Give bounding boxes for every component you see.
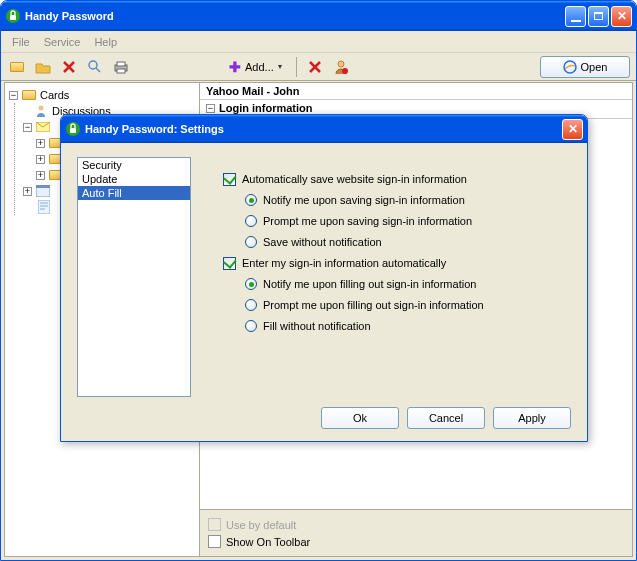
toolbar: ✚ Add... ▾ Open	[1, 53, 636, 81]
apply-button[interactable]: Apply	[493, 407, 571, 429]
tree-collapse-icon[interactable]: −	[23, 123, 32, 132]
checkbox-icon	[208, 518, 221, 531]
app-icon	[5, 8, 21, 24]
dialog-titlebar[interactable]: Handy Password: Settings ✕	[61, 115, 587, 143]
person-icon	[33, 104, 49, 118]
add-button[interactable]: ✚ Add... ▾	[223, 57, 288, 77]
category-autofill[interactable]: Auto Fill	[78, 186, 190, 200]
user-icon[interactable]	[331, 57, 351, 77]
tree-root[interactable]: Cards	[40, 89, 69, 101]
menubar: File Service Help	[1, 31, 636, 53]
auto-enter-label: Enter my sign-in information automatical…	[242, 257, 446, 269]
app-icon	[65, 121, 81, 137]
mail-icon	[35, 120, 51, 134]
save-silent-label: Save without notification	[263, 236, 382, 248]
tree-expand-icon[interactable]: +	[36, 155, 45, 164]
main-titlebar[interactable]: Handy Password ✕	[1, 1, 636, 31]
auto-enter-checkbox[interactable]	[223, 257, 236, 270]
tree-expand-icon[interactable]: +	[23, 187, 32, 196]
svg-rect-5	[117, 69, 125, 73]
tree-expand-icon[interactable]: +	[36, 171, 45, 180]
fill-prompt-radio[interactable]	[245, 299, 257, 311]
save-silent-radio[interactable]	[245, 236, 257, 248]
cancel-button[interactable]: Cancel	[407, 407, 485, 429]
svg-point-6	[338, 61, 344, 67]
fill-notify-radio[interactable]	[245, 278, 257, 290]
use-by-default-checkbox: Use by default	[208, 516, 624, 533]
browser-icon	[563, 60, 577, 74]
settings-category-list: Security Update Auto Fill	[77, 157, 191, 397]
note-icon	[36, 200, 52, 214]
category-update[interactable]: Update	[78, 172, 190, 186]
show-on-toolbar-checkbox[interactable]: Show On Toolbar	[208, 533, 624, 550]
ok-button[interactable]: Ok	[321, 407, 399, 429]
svg-rect-4	[117, 62, 125, 66]
menu-file[interactable]: File	[5, 34, 37, 50]
svg-point-7	[342, 68, 348, 74]
add-label: Add...	[245, 61, 274, 73]
checkbox-icon	[208, 535, 221, 548]
maximize-button[interactable]	[588, 6, 609, 27]
folder-icon	[21, 88, 37, 102]
tree-collapse-icon[interactable]: −	[9, 91, 18, 100]
save-notify-radio[interactable]	[245, 194, 257, 206]
svg-rect-1	[10, 15, 16, 20]
open-folder-icon[interactable]	[33, 57, 53, 77]
svg-rect-15	[70, 128, 76, 133]
svg-rect-13	[38, 200, 50, 214]
dialog-title: Handy Password: Settings	[85, 123, 562, 135]
dialog-close-button[interactable]: ✕	[562, 119, 583, 140]
fill-notify-label: Notify me upon filling out sign-in infor…	[263, 278, 476, 290]
new-folder-icon[interactable]	[7, 57, 27, 77]
svg-rect-12	[36, 185, 50, 188]
open-button[interactable]: Open	[540, 56, 630, 78]
svg-point-8	[564, 61, 576, 73]
tree-collapse-icon[interactable]: −	[206, 104, 215, 113]
fill-prompt-label: Prompt me upon filling out sign-in infor…	[263, 299, 484, 311]
delete-card-icon[interactable]	[305, 57, 325, 77]
fill-silent-radio[interactable]	[245, 320, 257, 332]
fill-silent-label: Fill without notification	[263, 320, 371, 332]
menu-help[interactable]: Help	[87, 34, 124, 50]
svg-point-2	[89, 61, 97, 69]
minimize-button[interactable]	[565, 6, 586, 27]
card-title: Yahoo Mail - John	[200, 83, 632, 100]
save-prompt-radio[interactable]	[245, 215, 257, 227]
dropdown-arrow-icon: ▾	[278, 62, 282, 71]
svg-point-9	[39, 106, 44, 111]
auto-save-label: Automatically save website sign-in infor…	[242, 173, 467, 185]
open-label: Open	[581, 61, 608, 73]
login-info-label: Login information	[219, 102, 312, 114]
settings-dialog: Handy Password: Settings ✕ Security Upda…	[60, 114, 588, 442]
category-security[interactable]: Security	[78, 158, 190, 172]
save-notify-label: Notify me upon saving sign-in informatio…	[263, 194, 465, 206]
menu-service[interactable]: Service	[37, 34, 88, 50]
window-title: Handy Password	[25, 10, 565, 22]
close-button[interactable]: ✕	[611, 6, 632, 27]
card-icon	[35, 184, 51, 198]
search-icon[interactable]	[85, 57, 105, 77]
tree-expand-icon[interactable]: +	[36, 139, 45, 148]
settings-options: Automatically save website sign-in infor…	[223, 169, 571, 337]
auto-save-checkbox[interactable]	[223, 173, 236, 186]
save-prompt-label: Prompt me upon saving sign-in informatio…	[263, 215, 472, 227]
delete-icon[interactable]	[59, 57, 79, 77]
print-icon[interactable]	[111, 57, 131, 77]
plus-icon: ✚	[229, 59, 241, 75]
